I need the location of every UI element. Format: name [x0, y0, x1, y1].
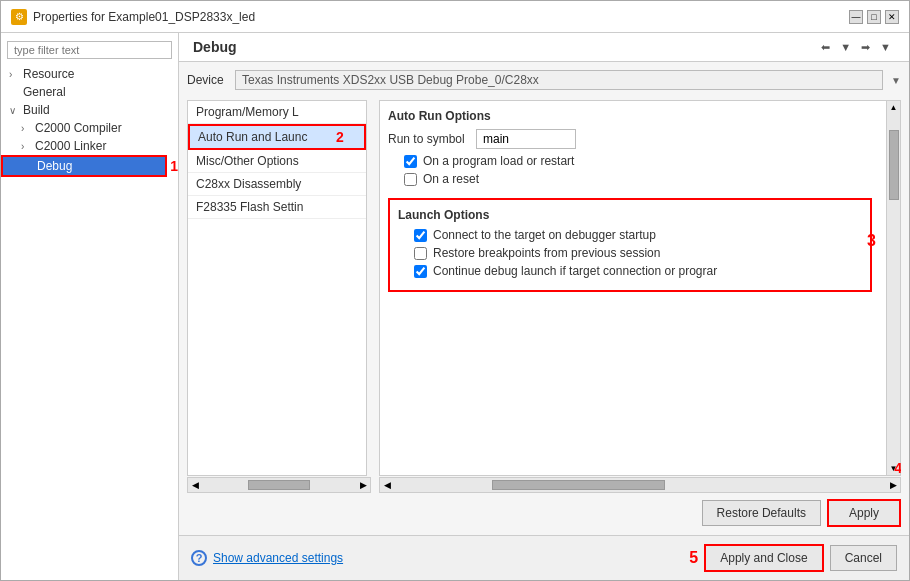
checkbox-on-program-load: On a program load or restart — [388, 154, 872, 168]
device-dropdown-icon[interactable]: ▼ — [891, 75, 901, 86]
window-icon: ⚙ — [11, 9, 27, 25]
left-menu-item-f28335[interactable]: F28335 Flash Settin — [188, 196, 366, 219]
content-area: › Resource General ∨ Build › C2000 Compi… — [1, 33, 909, 580]
launch-options-wrapper: Launch Options Connect to the target on … — [388, 198, 892, 292]
sidebar-item-label: General — [23, 85, 66, 99]
footer-left: ? Show advanced settings — [191, 550, 343, 566]
arrow-icon: › — [21, 123, 31, 134]
arrow-icon: › — [21, 141, 31, 152]
checkbox-on-reset-label: On a reset — [423, 172, 479, 186]
two-col-layout: Program/Memory L Auto Run and Launc 2 Mi… — [187, 100, 901, 493]
sidebar-item-debug[interactable]: Debug — [1, 155, 167, 177]
right-col-content: ▲ ▼ Auto Run Options Run to symbol — [379, 100, 901, 476]
launch-options-section: Launch Options Connect to the target on … — [388, 198, 872, 292]
nav-arrows: ⬅ ▼ ➡ ▼ — [817, 40, 895, 55]
checkbox-on-reset-input[interactable] — [404, 173, 417, 186]
apply-button[interactable]: Apply — [827, 499, 901, 527]
advanced-settings-link[interactable]: Show advanced settings — [213, 551, 343, 565]
sidebar-item-label: Resource — [23, 67, 74, 81]
sidebar: › Resource General ∨ Build › C2000 Compi… — [1, 33, 179, 580]
apply-close-button[interactable]: Apply and Close — [704, 544, 823, 572]
arrow-icon: ∨ — [9, 105, 19, 116]
left-scroll-right-btn[interactable]: ▶ — [356, 478, 370, 492]
auto-run-title: Auto Run Options — [388, 109, 872, 123]
sidebar-item-label: Build — [23, 103, 50, 117]
sidebar-item-build[interactable]: ∨ Build — [1, 101, 178, 119]
left-menu-item-c28xx[interactable]: C28xx Disassembly — [188, 173, 366, 196]
help-icon[interactable]: ? — [191, 550, 207, 566]
nav-forward-button[interactable]: ➡ — [857, 40, 874, 55]
cancel-button[interactable]: Cancel — [830, 545, 897, 571]
sidebar-item-label: C2000 Linker — [35, 139, 106, 153]
sidebar-item-general[interactable]: General — [1, 83, 178, 101]
checkbox-connect-target-input[interactable] — [414, 229, 427, 242]
sidebar-item-label: C2000 Compiler — [35, 121, 122, 135]
main-window: ⚙ Properties for Example01_DSP2833x_led … — [0, 0, 910, 581]
right-scroll-left-btn[interactable]: ◀ — [380, 478, 394, 492]
checkbox-continue-debug-label: Continue debug launch if target connecti… — [433, 264, 717, 278]
annotation-5: 5 — [689, 549, 698, 567]
nav-dropdown2-button[interactable]: ▼ — [876, 40, 895, 54]
checkbox-connect-target-label: Connect to the target on debugger startu… — [433, 228, 656, 242]
checkbox-on-reset: On a reset — [388, 172, 872, 186]
minimize-button[interactable]: — — [849, 10, 863, 24]
right-panel: Debug ⬅ ▼ ➡ ▼ Device Texas Instruments X… — [179, 33, 909, 580]
window-title: Properties for Example01_DSP2833x_led — [33, 10, 255, 24]
vertical-scrollbar: ▲ ▼ — [886, 101, 900, 475]
action-row: Restore Defaults Apply — [187, 493, 901, 527]
panel-title: Debug — [193, 39, 237, 55]
device-label: Device — [187, 73, 227, 87]
footer: ? Show advanced settings 5 Apply and Clo… — [179, 535, 909, 580]
restore-defaults-button[interactable]: Restore Defaults — [702, 500, 821, 526]
checkbox-on-program-load-label: On a program load or restart — [423, 154, 574, 168]
filter-input[interactable] — [7, 41, 172, 59]
panel-header: Debug ⬅ ▼ ➡ ▼ — [179, 33, 909, 62]
right-h-scrollbar: ◀ 4 ▶ — [379, 477, 901, 493]
checkbox-restore-breakpoints-label: Restore breakpoints from previous sessio… — [433, 246, 660, 260]
title-bar: ⚙ Properties for Example01_DSP2833x_led … — [1, 1, 909, 33]
sidebar-item-label: Debug — [37, 159, 72, 173]
checkbox-continue-debug-input[interactable] — [414, 265, 427, 278]
sidebar-item-c2000-compiler[interactable]: › C2000 Compiler — [1, 119, 178, 137]
right-scroll-thumb — [492, 480, 664, 490]
annotation-4: 4 — [894, 460, 901, 476]
run-to-symbol-label: Run to symbol — [388, 132, 468, 146]
annotation-1: 1 — [170, 158, 178, 174]
auto-run-section: Auto Run Options Run to symbol On a prog… — [388, 109, 892, 186]
launch-options-title: Launch Options — [398, 208, 862, 222]
device-row: Device Texas Instruments XDS2xx USB Debu… — [187, 70, 901, 90]
left-scroll-thumb — [248, 480, 310, 490]
title-bar-left: ⚙ Properties for Example01_DSP2833x_led — [11, 9, 255, 25]
maximize-button[interactable]: □ — [867, 10, 881, 24]
checkbox-continue-debug: Continue debug launch if target connecti… — [398, 264, 862, 278]
panel-body: Device Texas Instruments XDS2xx USB Debu… — [179, 62, 909, 535]
nav-back-button[interactable]: ⬅ — [817, 40, 834, 55]
left-menu-item-program[interactable]: Program/Memory L — [188, 101, 366, 124]
left-menu: Program/Memory L Auto Run and Launc 2 Mi… — [187, 100, 367, 476]
close-button[interactable]: ✕ — [885, 10, 899, 24]
run-to-symbol-row: Run to symbol — [388, 129, 872, 149]
nav-dropdown-button[interactable]: ▼ — [836, 40, 855, 54]
checkbox-restore-breakpoints-input[interactable] — [414, 247, 427, 260]
left-menu-item-misc[interactable]: Misc/Other Options — [188, 150, 366, 173]
sidebar-item-resource[interactable]: › Resource — [1, 65, 178, 83]
scroll-up-btn[interactable]: ▲ — [890, 101, 898, 112]
checkbox-on-program-load-input[interactable] — [404, 155, 417, 168]
arrow-icon: › — [9, 69, 19, 80]
footer-right: 5 Apply and Close Cancel — [686, 544, 897, 572]
checkbox-connect-target: Connect to the target on debugger startu… — [398, 228, 862, 242]
title-controls: — □ ✕ — [849, 10, 899, 24]
v-scroll-thumb — [889, 130, 899, 200]
sidebar-item-c2000-linker[interactable]: › C2000 Linker — [1, 137, 178, 155]
left-scroll-left-btn[interactable]: ◀ — [188, 478, 202, 492]
device-value: Texas Instruments XDS2xx USB Debug Probe… — [235, 70, 883, 90]
annotation-2: 2 — [336, 129, 344, 145]
run-to-symbol-input[interactable] — [476, 129, 576, 149]
checkbox-restore-breakpoints: Restore breakpoints from previous sessio… — [398, 246, 862, 260]
right-scroll-right-btn[interactable]: ▶ — [886, 478, 900, 492]
annotation-3: 3 — [867, 232, 876, 250]
